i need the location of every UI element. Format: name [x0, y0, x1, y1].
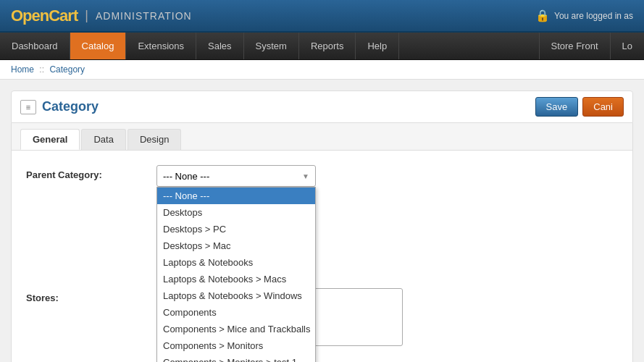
tab-general[interactable]: General: [20, 129, 80, 150]
logged-in-status: 🔒 You are logged in as: [535, 9, 633, 22]
admin-label: ADMINISTRATION: [96, 10, 192, 22]
save-button[interactable]: Save: [535, 97, 579, 117]
dropdown-item-desktops-mac[interactable]: Desktops > Mac: [157, 237, 315, 254]
dropdown-item-desktops[interactable]: Desktops: [157, 204, 315, 221]
content-area: Parent Category: --- None --- ▼ --- None…: [11, 151, 633, 362]
category-icon: ≡: [20, 100, 36, 114]
dropdown-item-components[interactable]: Components: [157, 304, 315, 321]
dropdown-item-none[interactable]: --- None ---: [157, 188, 315, 204]
dropdown-list[interactable]: --- None --- Desktops Desktops > PC Desk…: [156, 187, 316, 362]
nav-system[interactable]: System: [244, 33, 299, 59]
stores-row: Stores:: [26, 288, 618, 353]
tab-data[interactable]: Data: [81, 129, 125, 150]
parent-category-label: Parent Category:: [26, 165, 156, 180]
nav-reports[interactable]: Reports: [299, 33, 356, 59]
logged-in-text: You are logged in as: [554, 11, 633, 21]
tabs-bar: General Data Design: [11, 123, 633, 151]
nav-catalog[interactable]: Catalog: [70, 33, 127, 59]
logo: OpenCart: [11, 7, 78, 25]
header-buttons: Save Cani: [535, 97, 624, 117]
dropdown-item-laptops-macs[interactable]: Laptops & Notebooks > Macs: [157, 271, 315, 287]
tab-design[interactable]: Design: [127, 129, 181, 150]
nav-sales[interactable]: Sales: [196, 33, 244, 59]
dropdown-item-desktops-pc[interactable]: Desktops > PC: [157, 221, 315, 237]
lock-icon: 🔒: [535, 9, 550, 22]
select-arrow-icon: ▼: [302, 172, 309, 180]
nav-dashboard[interactable]: Dashboard: [0, 33, 70, 59]
parent-category-control: --- None --- ▼ --- None --- Desktops Des…: [156, 165, 618, 187]
page-title: Category: [42, 99, 99, 114]
nav-right: Store Front Lo: [539, 33, 645, 59]
dropdown-item-components-monitors-test1[interactable]: Components > Monitors > test 1: [157, 354, 315, 362]
dropdown-item-laptops[interactable]: Laptops & Notebooks: [157, 254, 315, 271]
page-title-area: ≡ Category: [20, 99, 99, 114]
dropdown-item-laptops-windows[interactable]: Laptops & Notebooks > Windows: [157, 287, 315, 304]
nav-logout[interactable]: Lo: [610, 33, 644, 59]
header: OpenCart | ADMINISTRATION 🔒 You are logg…: [0, 0, 644, 33]
nav-help[interactable]: Help: [356, 33, 399, 59]
navbar: Dashboard Catalog Extensions Sales Syste…: [0, 33, 644, 60]
dropdown-item-components-mice[interactable]: Components > Mice and Trackballs: [157, 321, 315, 337]
stores-label: Stores:: [26, 288, 156, 303]
dropdown-item-components-monitors[interactable]: Components > Monitors: [157, 337, 315, 354]
main-content: ≡ Category Save Cani General Data Design…: [0, 80, 644, 362]
cancel-button[interactable]: Cani: [582, 97, 624, 117]
header-divider: |: [85, 8, 88, 23]
page-header: ≡ Category Save Cani: [11, 90, 633, 123]
select-value: --- None ---: [163, 171, 209, 182]
breadcrumb: Home :: Category: [0, 60, 644, 80]
breadcrumb-sep: ::: [39, 64, 44, 75]
nav-storefront[interactable]: Store Front: [539, 33, 610, 59]
breadcrumb-category[interactable]: Category: [49, 64, 85, 75]
parent-category-select[interactable]: --- None --- ▼: [156, 165, 316, 187]
nav-extensions[interactable]: Extensions: [126, 33, 196, 59]
parent-category-row: Parent Category: --- None --- ▼ --- None…: [26, 165, 618, 194]
breadcrumb-home[interactable]: Home: [11, 64, 34, 75]
